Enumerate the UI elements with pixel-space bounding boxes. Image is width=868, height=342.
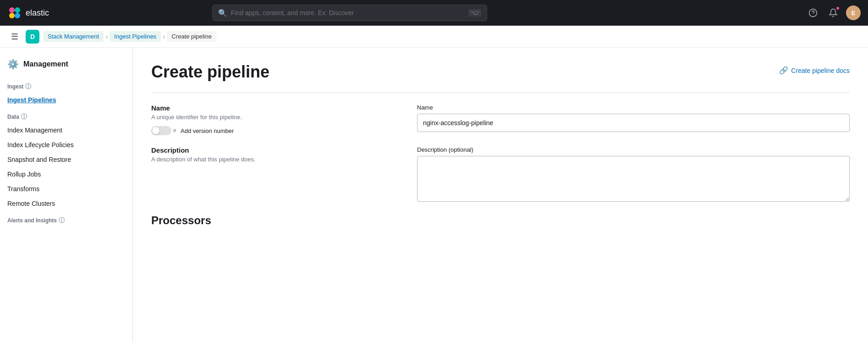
processors-section: Processors <box>151 214 850 227</box>
description-right-label: Description (optional) <box>417 146 850 153</box>
description-form-left: Description A description of what this p… <box>151 146 399 203</box>
sidebar-item-rollup-jobs[interactable]: Rollup Jobs <box>0 167 132 182</box>
help-button[interactable] <box>806 6 820 20</box>
name-form-row: Name A unique identifier for this pipeli… <box>151 104 850 135</box>
notifications-button[interactable] <box>826 6 841 20</box>
version-toggle[interactable] <box>151 126 171 135</box>
elastic-logo-text: elastic <box>26 8 49 18</box>
name-left-desc: A unique identifier for this pipeline. <box>151 114 399 121</box>
toggle-thumb <box>152 127 159 134</box>
page-header: Create pipeline 🔗 Create pipeline docs <box>151 62 850 93</box>
breadcrumb: Stack Management › Ingest Pipelines › Cr… <box>43 31 216 42</box>
breadcrumb-item-create-pipeline: Create pipeline <box>167 31 216 42</box>
top-navigation: elastic 🔍 ⌥/ E <box>0 0 868 26</box>
name-left-label: Name <box>151 104 399 112</box>
description-left-desc: A description of what this pipeline does… <box>151 156 399 163</box>
sidebar-item-transforms[interactable]: Transforms <box>0 182 132 196</box>
breadcrumb-current: Create pipeline <box>167 31 216 42</box>
version-toggle-label: Add version number <box>181 127 234 134</box>
gear-icon: ⚙️ <box>7 59 19 70</box>
elastic-logo-icon <box>7 6 22 20</box>
global-search-bar[interactable]: 🔍 ⌥/ <box>212 5 487 21</box>
description-textarea[interactable] <box>417 156 850 202</box>
name-form-right: Name <box>417 104 850 135</box>
sidebar-section-data: Data ⓘ <box>0 107 132 123</box>
breadcrumb-item-stack-management[interactable]: Stack Management <box>43 31 104 42</box>
name-right-label: Name <box>417 104 850 111</box>
breadcrumb-item-ingest-pipelines[interactable]: Ingest Pipelines <box>110 31 161 42</box>
sidebar-item-index-lifecycle-policies[interactable]: Index Lifecycle Policies <box>0 138 132 152</box>
processors-title: Processors <box>151 214 850 227</box>
nav-icons: E <box>806 6 861 20</box>
svg-point-1 <box>15 7 20 13</box>
notification-badge <box>836 6 840 10</box>
sidebar-section-alerts: Alerts and Insights ⓘ <box>0 211 132 226</box>
ingest-info-icon: ⓘ <box>25 83 31 91</box>
alerts-info-icon: ⓘ <box>59 216 65 225</box>
search-shortcut: ⌥/ <box>468 9 481 17</box>
stack-management-link[interactable]: Stack Management <box>43 31 104 42</box>
search-input[interactable] <box>231 9 465 17</box>
version-toggle-row: ✕ Add version number <box>151 126 399 135</box>
description-form-right: Description (optional) <box>417 146 850 203</box>
menu-button[interactable]: ☰ <box>7 29 22 44</box>
ingest-pipelines-link[interactable]: Ingest Pipelines <box>110 31 161 42</box>
description-form-row: Description A description of what this p… <box>151 146 850 203</box>
breadcrumb-bar: ☰ D Stack Management › Ingest Pipelines … <box>0 26 868 48</box>
pipeline-name-input[interactable] <box>417 114 850 132</box>
main-layout: ⚙️ Management Ingest ⓘ Ingest Pipelines … <box>0 48 868 342</box>
toggle-x-icon: ✕ <box>172 127 177 134</box>
user-avatar[interactable]: E <box>846 6 861 20</box>
data-info-icon: ⓘ <box>21 113 27 121</box>
docs-link[interactable]: 🔗 Create pipeline docs <box>779 66 850 75</box>
description-left-label: Description <box>151 146 399 154</box>
elastic-logo[interactable]: elastic <box>7 6 49 20</box>
sidebar-item-ingest-pipelines[interactable]: Ingest Pipelines <box>0 93 132 107</box>
page-title: Create pipeline <box>151 62 269 82</box>
svg-point-0 <box>9 7 15 13</box>
sidebar-item-snapshot-and-restore[interactable]: Snapshot and Restore <box>0 152 132 167</box>
docs-link-label: Create pipeline docs <box>791 67 850 74</box>
breadcrumb-separator-2: › <box>163 33 165 41</box>
sidebar-header: ⚙️ Management <box>0 55 132 77</box>
sidebar-item-remote-clusters[interactable]: Remote Clusters <box>0 196 132 211</box>
name-form-left: Name A unique identifier for this pipeli… <box>151 104 399 135</box>
search-icon: 🔍 <box>218 9 227 17</box>
main-content: Create pipeline 🔗 Create pipeline docs N… <box>133 48 868 342</box>
sidebar-section-ingest: Ingest ⓘ <box>0 77 132 93</box>
app-icon: D <box>26 30 39 44</box>
svg-point-3 <box>15 13 20 18</box>
sidebar: ⚙️ Management Ingest ⓘ Ingest Pipelines … <box>0 48 133 342</box>
svg-point-2 <box>9 13 15 18</box>
sidebar-item-index-management[interactable]: Index Management <box>0 123 132 138</box>
docs-link-icon: 🔗 <box>779 66 788 75</box>
breadcrumb-separator-1: › <box>105 33 108 41</box>
sidebar-title: Management <box>23 60 68 68</box>
help-icon <box>808 8 818 17</box>
